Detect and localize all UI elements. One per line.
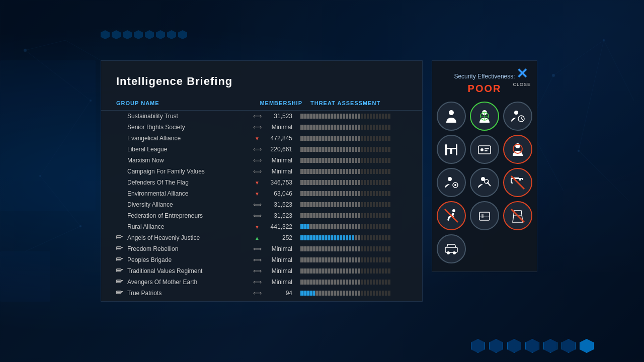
table-row[interactable]: Avengers Of Mother Earth⟺Minimal [101,277,418,288]
trend-neutral-icon: ⟺ [253,290,262,297]
person-target-button[interactable] [470,102,499,131]
threat-segment [379,246,381,251]
threat-segment [361,125,363,130]
threat-segment [331,191,333,196]
groups-table[interactable]: Sustainability Trust⟺31,523Senior Rights… [101,111,422,301]
group-name: True Patriots [127,290,252,297]
bottom-hex-3[interactable] [525,339,539,353]
threat-segment [337,202,339,207]
threat-segment [315,280,318,285]
threat-segment [309,202,312,207]
svg-rect-40 [456,144,457,155]
trend-indicator: ⟺ [252,212,262,219]
svg-rect-39 [445,144,447,155]
membership-value: 252 [262,234,292,241]
threat-segment [373,136,375,141]
threat-segment [334,158,336,163]
threat-segment [367,169,369,174]
table-row[interactable]: Peoples Brigade⟺Minimal [101,254,418,265]
threat-segment [303,202,306,207]
threat-segment [300,257,303,262]
group-name: Senior Rights Society [127,124,252,131]
threat-segment [312,191,315,196]
trend-neutral-icon: ⟺ [253,124,262,131]
no-weapon-button[interactable] [503,168,532,197]
table-row[interactable]: Campaign For Family Values⟺Minimal [101,166,418,177]
threat-segment [328,280,330,285]
table-row[interactable]: Environmental Alliance▼63,046 [101,188,418,199]
threat-segment [318,180,321,185]
bottom-hex-2[interactable] [507,339,521,353]
threat-segment [325,280,327,285]
svg-point-43 [480,148,484,151]
table-row[interactable]: Federation of Entrepreneurs⟺31,523 [101,210,418,221]
threat-segment [373,235,375,240]
threat-segment [388,235,390,240]
threat-segment [373,224,375,229]
table-row[interactable]: Senior Rights Society⟺Minimal [101,122,418,133]
threat-segment [379,158,381,163]
close-icon[interactable]: ✕ [516,67,528,81]
vehicle-check-button[interactable] [437,234,466,263]
table-row[interactable]: Defenders Of The Flag▼346,753 [101,177,418,188]
threat-segment [331,125,333,130]
threat-segment [382,280,384,285]
table-row[interactable]: Liberal League⟺220,661 [101,144,418,155]
table-row[interactable]: Marxism Now⟺Minimal [101,155,418,166]
close-button[interactable]: ✕ CLOSE [513,67,531,87]
gun-icon [116,268,125,274]
table-row[interactable]: Diversity Alliance⟺31,523 [101,199,418,210]
threat-segment [388,114,390,119]
svg-rect-25 [116,281,121,283]
threat-segment [315,291,318,296]
threat-segment [352,280,354,285]
table-row[interactable]: Sustainability Trust⟺31,523 [101,111,418,122]
threat-segment [373,213,375,218]
table-row[interactable]: Evangelical Alliance▼472,845 [101,133,418,144]
threat-segment [321,235,324,240]
close-label[interactable]: CLOSE [513,82,531,87]
threat-segment [376,158,378,163]
threat-segment [343,291,345,296]
person-gear-button[interactable] [437,168,466,197]
person-highlighted-button[interactable] [503,135,532,164]
threat-segment [385,213,387,218]
threat-segment [325,136,327,141]
table-row[interactable]: True Patriots⟺94 [101,288,418,299]
threat-segment [321,180,324,185]
bottom-hex-6[interactable] [580,339,594,353]
trend-neutral-icon: ⟺ [253,245,262,252]
bottom-hex-4[interactable] [543,339,557,353]
threat-segment [334,169,336,174]
intelligence-briefing-panel: Intelligence Briefing GROUP NAME MEMBERS… [101,60,423,302]
bottom-hex-5[interactable] [561,339,576,353]
bottom-hex-1[interactable] [489,339,503,353]
trend-indicator: ▼ [252,191,262,197]
threat-segment [382,136,384,141]
threat-segment [358,191,360,196]
scanner-button[interactable] [470,201,499,230]
person-clock-button[interactable] [503,102,532,131]
threat-segment [358,136,360,141]
threat-segment [312,257,315,262]
runner-button[interactable] [437,201,466,230]
table-row[interactable]: Angels of Heavenly Justice▲252 [101,232,418,243]
person-basic-button[interactable] [437,102,466,131]
table-row[interactable]: Traditional Values Regiment⟺Minimal [101,265,418,277]
threat-segment [340,213,342,218]
table-row[interactable]: Rural Alliance▼441,322 [101,221,418,232]
threat-segment [370,268,372,274]
threat-segment [367,268,369,274]
svg-rect-45 [485,150,488,151]
table-row[interactable]: Multicultural Warriors⟺Minimal [101,299,418,301]
threat-segment [355,202,357,207]
threat-segment [328,213,330,218]
person-probe-button[interactable] [470,168,499,197]
table-row[interactable]: Freedom Rebellion⟺Minimal [101,243,418,254]
id-card-button[interactable] [470,135,499,164]
threat-segment [300,158,303,163]
water-scan-button[interactable] [503,201,532,230]
threat-segment [379,202,381,207]
gate-button[interactable] [437,135,466,164]
bottom-hex-0[interactable] [471,339,485,353]
